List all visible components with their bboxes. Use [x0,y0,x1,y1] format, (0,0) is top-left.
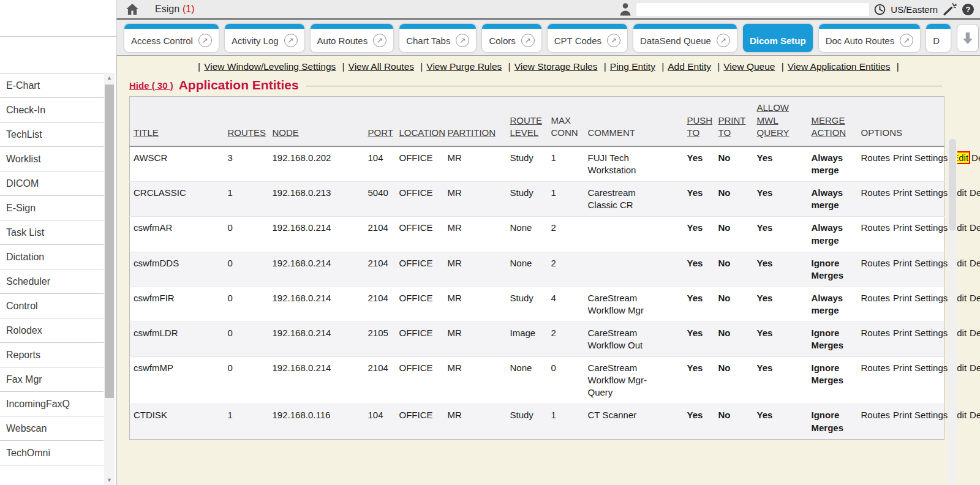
option-link[interactable]: Print Settings [893,187,948,198]
cell-mwl-query: Yes [753,217,808,252]
action-link[interactable]: Add Entity [668,61,711,72]
open-in-new-icon[interactable]: ↗ [521,34,535,47]
option-link[interactable]: Delete [970,328,980,338]
column-header[interactable]: MERGE ACTION [808,97,858,147]
sidebar-item[interactable]: Task List [0,220,104,245]
tab[interactable]: CPT Codes ↗ [548,24,627,52]
column-header[interactable]: TITLE [130,97,224,147]
column-header[interactable]: ROUTES [224,97,269,147]
option-link[interactable]: Print Settings [893,222,948,233]
help-icon[interactable]: ? [962,4,974,15]
option-link[interactable]: Print Settings [893,293,948,303]
tab[interactable]: Activity Log ↗ [225,24,304,52]
option-link[interactable]: Delete [970,222,980,233]
option-link[interactable]: Delete [970,258,980,268]
column-header[interactable]: LOCATION [396,97,444,147]
table-scrollbar-thumb[interactable] [949,139,956,231]
table-scrollbar[interactable] [948,138,957,485]
action-link[interactable]: Ping Entity [610,61,655,72]
esign-tab-label[interactable]: Esign [155,4,179,15]
tab-label: Chart Tabs [406,36,450,46]
home-icon[interactable] [126,3,139,15]
open-in-new-icon[interactable]: ↗ [373,34,386,47]
option-link[interactable]: Routes [861,152,891,163]
column-header[interactable]: NODE [269,97,364,147]
cell-merge-action: Ignore Merges [808,404,858,439]
sidebar-item[interactable]: Dictation [0,245,104,269]
sidebar-item[interactable]: TechList [0,122,104,147]
option-link[interactable]: Routes [861,363,891,373]
column-header[interactable]: PARTITION [444,97,507,147]
column-header[interactable]: ROUTE LEVEL [507,97,548,147]
action-link[interactable]: View Storage Rules [514,61,598,72]
option-link[interactable]: Delete [970,187,980,198]
option-link[interactable]: Delete [970,363,980,373]
sidebar-item[interactable]: Reports [0,343,104,367]
sidebar-item[interactable]: DICOM [0,171,104,196]
sidebar-item[interactable]: E-Sign [0,196,104,220]
cell-routes: 0 [224,217,269,252]
tab[interactable]: Chart Tabs ↗ [399,24,476,52]
option-link[interactable]: Routes [861,293,891,303]
action-link[interactable]: View Purge Rules [426,61,502,72]
sidebar-item[interactable]: Fax Mgr [0,367,104,392]
open-in-new-icon[interactable]: ↗ [717,34,730,47]
open-in-new-icon[interactable]: ↗ [607,34,620,47]
column-header: COMMENT [584,97,684,147]
cell-node: 192.168.0.214 [269,322,364,357]
column-header[interactable]: PRINT TO [715,97,753,147]
option-link[interactable]: Print Settings [893,152,948,163]
option-link[interactable]: Print Settings [893,328,948,338]
scrollbar-up-icon[interactable]: ▲ [104,73,115,83]
cell-max-conn: 2 [548,252,584,287]
action-link[interactable]: View Window/Leveling Settings [204,61,336,72]
option-link[interactable]: Routes [861,258,891,268]
tab[interactable]: Dicom Setup ↗ [743,24,813,52]
tab-overflow-partial[interactable]: D [926,24,951,52]
sidebar-item[interactable]: E-Chart [0,73,104,98]
sidebar-item[interactable]: TechOmni [0,441,104,465]
sidebar-item[interactable]: Worklist [0,147,104,171]
option-link[interactable]: Delete [970,410,980,420]
scrollbar-thumb[interactable] [105,85,114,398]
option-link[interactable]: Delete [970,293,980,303]
open-in-new-icon[interactable]: ↗ [900,34,913,47]
sidebar-item[interactable]: IncomingFaxQ [0,392,104,416]
open-in-new-icon[interactable]: ↗ [284,34,298,47]
scrollbar-down-icon[interactable]: ▼ [104,475,115,485]
tab-scroll-down-button[interactable] [957,24,979,52]
column-header[interactable]: PUSH TO [684,97,715,147]
sidebar-scrollbar[interactable]: ▲ ▼ [104,73,115,485]
column-header[interactable]: ALLOW MWL QUERY [753,97,808,147]
option-link[interactable]: Routes [861,328,891,338]
global-search-input[interactable] [636,3,869,16]
action-link[interactable]: View All Routes [349,61,414,72]
option-link[interactable]: Delete [971,152,980,163]
option-link[interactable]: Print Settings [893,363,948,373]
open-in-new-icon[interactable]: ↗ [456,34,469,47]
sidebar-item[interactable]: Check-In [0,98,104,122]
option-link[interactable]: Routes [861,187,891,198]
action-link[interactable]: View Queue [723,61,775,72]
open-in-new-icon[interactable]: ↗ [198,34,212,47]
wand-icon[interactable] [943,2,957,16]
sidebar-item[interactable]: Control [0,294,104,318]
tab[interactable]: Colors ↗ [482,24,541,52]
option-link[interactable]: Print Settings [893,258,948,268]
tab[interactable]: Access Control ↗ [124,24,219,52]
tab-accent-bar [819,24,921,29]
option-link[interactable]: Print Settings [893,410,948,420]
tab[interactable]: Auto Routes ↗ [311,24,394,52]
hide-toggle-link[interactable]: Hide ( 30 ) [129,80,173,91]
tab-accent-bar [225,24,304,29]
tab[interactable]: Doc Auto Routes ↗ [819,24,921,52]
column-header[interactable]: PORT [364,97,396,147]
table-row: cswfmLDR 0 192.168.0.214 2105 OFFICE MR … [130,322,944,357]
option-link[interactable]: Routes [861,410,891,420]
tab[interactable]: DataSend Queue ↗ [633,24,737,52]
option-link[interactable]: Routes [861,222,891,233]
sidebar-item[interactable]: Webscan [0,416,104,441]
sidebar-item[interactable]: Scheduler [0,269,104,294]
sidebar-item[interactable]: Rolodex [0,318,104,343]
action-link[interactable]: View Application Entities [788,61,891,72]
